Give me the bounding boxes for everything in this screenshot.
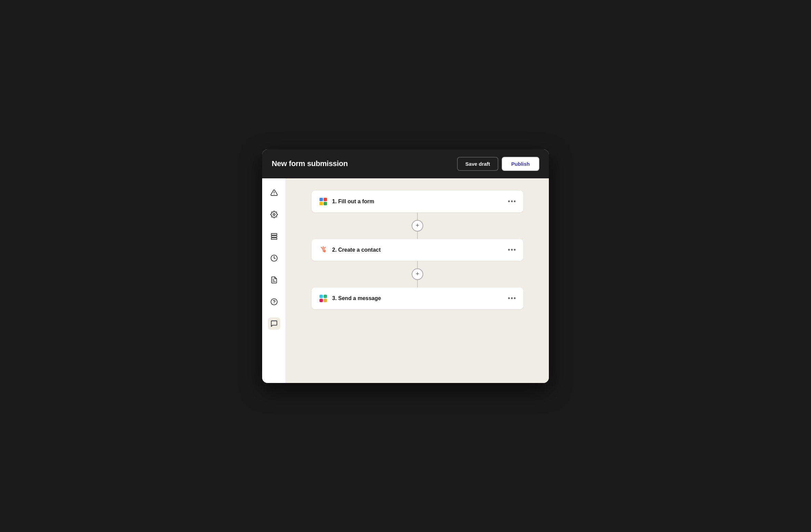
hubspot-icon: [318, 245, 328, 255]
svg-rect-14: [324, 202, 327, 205]
sidebar-item-history[interactable]: [268, 252, 280, 264]
publish-button[interactable]: Publish: [502, 157, 539, 171]
connector-2: +: [412, 261, 423, 287]
sidebar-item-alerts[interactable]: [268, 187, 280, 199]
svg-rect-11: [319, 198, 323, 201]
file-icon: [270, 276, 278, 284]
form-icon: [318, 197, 328, 206]
step-card-3: 3. Send a message •••: [312, 287, 523, 309]
body-area: 1. Fill out a form ••• +: [262, 178, 549, 383]
layers-icon: [270, 233, 278, 240]
sidebar-item-settings[interactable]: [268, 208, 280, 221]
main-content: 1. Fill out a form ••• +: [286, 178, 549, 383]
svg-rect-24: [324, 295, 327, 298]
svg-rect-25: [319, 299, 323, 302]
step-more-2[interactable]: •••: [508, 246, 516, 253]
connector-1: +: [412, 212, 423, 239]
svg-point-2: [273, 213, 275, 216]
svg-point-16: [323, 248, 324, 249]
step-left-1: 1. Fill out a form: [318, 197, 374, 206]
sidebar-item-help[interactable]: [268, 296, 280, 308]
history-icon: [270, 254, 278, 262]
svg-rect-26: [324, 299, 327, 302]
workflow: 1. Fill out a form ••• +: [312, 191, 523, 309]
app-window: New form submission Save draft Publish: [262, 149, 549, 383]
step-label-1: 1. Fill out a form: [332, 198, 374, 205]
svg-rect-3: [271, 233, 277, 235]
connector-line-1b: [417, 232, 418, 239]
step-more-3[interactable]: •••: [508, 295, 516, 302]
sidebar-item-layers[interactable]: [268, 230, 280, 242]
svg-line-21: [325, 247, 326, 248]
step-left-2: 2. Create a contact: [318, 245, 381, 255]
step-card-1: 1. Fill out a form •••: [312, 191, 523, 212]
step-card-2: 2. Create a contact •••: [312, 239, 523, 261]
save-draft-button[interactable]: Save draft: [457, 157, 498, 171]
add-step-button-2[interactable]: +: [412, 268, 423, 280]
header-actions: Save draft Publish: [457, 157, 539, 171]
connector-line-2b: [417, 280, 418, 287]
help-icon: [270, 298, 278, 306]
header: New form submission Save draft Publish: [262, 149, 549, 178]
svg-line-19: [321, 247, 322, 248]
connector-line-2: [417, 261, 418, 268]
sidebar-item-files[interactable]: [268, 274, 280, 286]
svg-rect-5: [271, 238, 277, 239]
slack-icon: [318, 294, 328, 303]
svg-point-22: [324, 250, 326, 252]
page-title: New form submission: [272, 159, 348, 168]
svg-rect-4: [271, 236, 277, 237]
connector-line-1: [417, 212, 418, 220]
alert-icon: [270, 189, 278, 196]
step-label-3: 3. Send a message: [332, 295, 381, 301]
step-more-1[interactable]: •••: [508, 198, 516, 205]
svg-rect-23: [319, 295, 323, 298]
add-step-button-1[interactable]: +: [412, 220, 423, 232]
svg-rect-13: [319, 202, 323, 205]
chat-icon: [270, 320, 278, 327]
settings-icon: [270, 211, 278, 218]
sidebar: [262, 178, 286, 383]
step-left-3: 3. Send a message: [318, 294, 381, 303]
step-label-2: 2. Create a contact: [332, 247, 381, 253]
svg-rect-12: [324, 198, 327, 201]
sidebar-item-chat[interactable]: [268, 317, 280, 330]
